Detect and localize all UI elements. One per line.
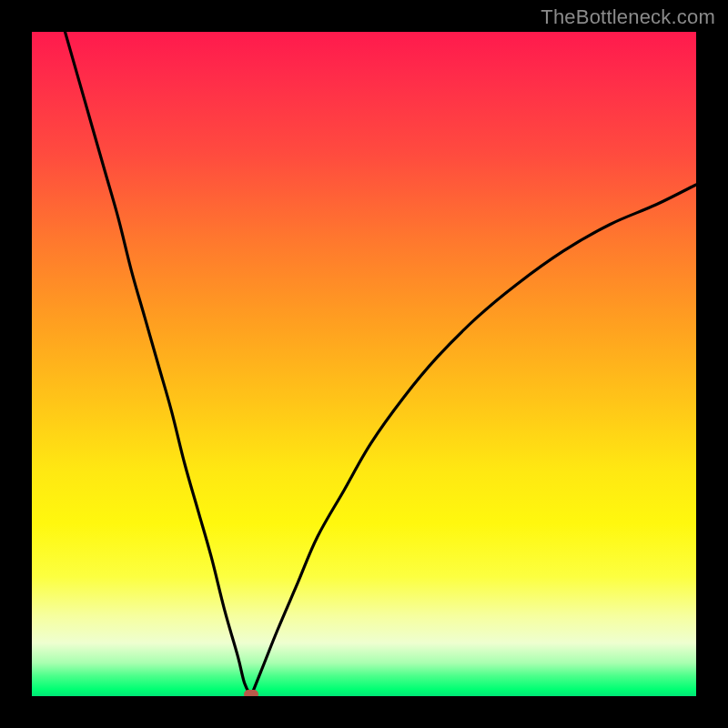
optimum-marker [244,690,258,696]
chart-frame: TheBottleneck.com [0,0,728,728]
watermark-text: TheBottleneck.com [541,5,715,29]
bottleneck-curve-left [66,32,251,696]
bottleneck-curve-right [251,185,696,696]
curve-layer [32,32,696,696]
plot-area [32,32,696,696]
